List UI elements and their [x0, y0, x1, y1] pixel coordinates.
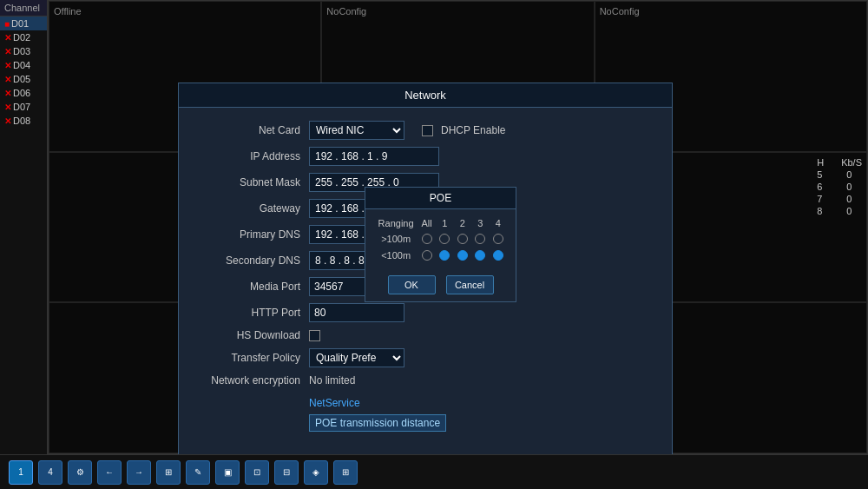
poe-table: Ranging All 1 2 3 4 >100m	[374, 216, 507, 263]
dhcp-checkbox[interactable]	[422, 125, 433, 136]
d01-icon: ■	[4, 19, 10, 29]
row2-1-radio[interactable]	[439, 250, 450, 261]
transfer-select[interactable]: Quality Prefe	[309, 348, 404, 367]
cell-label-3: NoConfig	[600, 6, 640, 17]
stats-row1-kbs: 0	[846, 169, 852, 180]
net-card-row: Net Card Wired NIC DHCP Enable	[196, 121, 654, 140]
monitor-icon: ⊡	[253, 467, 260, 477]
sidebar-item-label-d01: D01	[11, 18, 29, 29]
row2-2-radio[interactable]	[457, 250, 468, 261]
row2-all-radio[interactable]	[422, 250, 432, 261]
settings-icon: ◈	[312, 467, 319, 477]
d06-icon: ✕	[4, 89, 11, 98]
sidebar-header: Channel	[0, 0, 47, 17]
stats-row3-h: 7	[817, 194, 822, 204]
taskbar-btn-3[interactable]: ⚙	[68, 460, 92, 485]
sidebar-item-label-d04: D04	[13, 60, 30, 70]
sidebar-item-label-d02: D02	[13, 32, 30, 43]
row1-1-radio[interactable]	[439, 234, 450, 244]
dialog-title: Network	[179, 83, 672, 108]
row2-3-radio[interactable]	[475, 250, 485, 261]
sidebar-item-d07[interactable]: ✕ D07	[0, 100, 47, 114]
taskbar-btn-back[interactable]: ←	[97, 460, 122, 485]
primary-dns-label: Primary DNS	[196, 228, 300, 241]
stats-h-header: H	[817, 157, 824, 168]
d03-icon: ✕	[4, 47, 11, 56]
col2-header: 2	[453, 216, 471, 230]
media-port-label: Media Port	[196, 281, 300, 293]
sidebar-item-label-d03: D03	[13, 46, 30, 56]
row1-4-radio[interactable]	[493, 234, 503, 244]
poe-transmission-link[interactable]: POE transmission distance	[309, 414, 446, 432]
all-header: All	[418, 216, 436, 230]
col4-header: 4	[489, 216, 507, 230]
row2-4-radio[interactable]	[493, 250, 503, 261]
taskbar-icon-2: 4	[48, 467, 53, 477]
cell-label-1: Offline	[54, 6, 82, 17]
col3-header: 3	[471, 216, 490, 230]
stats-row1-h: 5	[817, 169, 822, 180]
hs-download-label: HS Download	[196, 329, 300, 341]
gateway-label: Gateway	[196, 202, 300, 215]
row1-2-radio[interactable]	[457, 234, 468, 244]
taskbar-btn-grid[interactable]: ⊞	[333, 460, 358, 485]
ip-address-input[interactable]	[309, 147, 439, 166]
sidebar-item-d01[interactable]: ■ D01	[0, 17, 47, 30]
link-row: NetService	[196, 393, 654, 413]
stats-row2-h: 6	[817, 182, 822, 192]
snapshot-icon: ▣	[224, 467, 232, 477]
ip-address-row: IP Address	[196, 147, 654, 166]
hs-download-checkbox[interactable]	[309, 330, 320, 341]
sidebar-item-d06[interactable]: ✕ D06	[0, 86, 47, 100]
taskbar-btn-2[interactable]: 4	[38, 460, 62, 485]
poe-dialog: POE Ranging All 1 2 3 4 >100m	[365, 187, 516, 302]
taskbar-btn-settings[interactable]: ◈	[304, 460, 328, 485]
sidebar-item-label-d07: D07	[13, 102, 30, 112]
stats-kbs-header: Kb/S	[841, 157, 862, 168]
net-card-select[interactable]: Wired NIC	[309, 121, 404, 140]
encryption-row: Network encryption No limited	[196, 374, 654, 387]
taskbar-btn-network[interactable]: ⊟	[274, 460, 299, 485]
taskbar-btn-snapshot[interactable]: ▣	[215, 460, 240, 485]
ip-label: IP Address	[196, 150, 300, 162]
transfer-label: Transfer Policy	[196, 352, 300, 364]
http-port-input[interactable]	[309, 303, 404, 322]
encryption-value: No limited	[309, 374, 355, 387]
stats-row3-kbs: 0	[846, 194, 852, 204]
hs-download-row: HS Download	[196, 329, 654, 341]
taskbar-btn-layout[interactable]: ⊞	[156, 460, 181, 485]
poe-cancel-button[interactable]: Cancel	[446, 275, 494, 294]
poe-dialog-title: POE	[365, 188, 516, 209]
taskbar-btn-edit[interactable]: ✎	[186, 460, 210, 485]
http-port-label: HTTP Port	[196, 307, 300, 319]
taskbar-btn-1[interactable]: 1	[9, 460, 33, 485]
sidebar-item-label-d05: D05	[13, 74, 30, 84]
sidebar-item-d08[interactable]: ✕ D08	[0, 114, 47, 128]
row1-all-radio[interactable]	[422, 234, 432, 244]
forward-icon: →	[135, 467, 143, 477]
encryption-label: Network encryption	[196, 374, 300, 387]
network-icon: ⊟	[283, 467, 290, 477]
sidebar-item-d05[interactable]: ✕ D05	[0, 72, 47, 86]
poe-footer: OK Cancel	[365, 270, 516, 301]
d07-icon: ✕	[4, 102, 11, 112]
sidebar-title: Channel	[4, 3, 40, 13]
poe-row-100m-plus: >100m	[374, 230, 507, 247]
poe-ok-button[interactable]: OK	[388, 275, 436, 294]
sidebar-item-d03[interactable]: ✕ D03	[0, 44, 47, 58]
taskbar-btn-forward[interactable]: →	[127, 460, 151, 485]
poe-link-row: POE transmission distance	[196, 413, 654, 433]
sidebar-item-d02[interactable]: ✕ D02	[0, 30, 47, 44]
row1-3-radio[interactable]	[475, 234, 485, 244]
taskbar-icon-3: ⚙	[76, 467, 84, 477]
sidebar-item-label-d06: D06	[13, 88, 30, 98]
cell-label-2: NoConfig	[326, 6, 366, 17]
taskbar-btn-monitor[interactable]: ⊡	[245, 460, 269, 485]
sidebar-item-d04[interactable]: ✕ D04	[0, 58, 47, 72]
d04-icon: ✕	[4, 61, 11, 70]
transfer-row: Transfer Policy Quality Prefe	[196, 348, 654, 367]
edit-icon: ✎	[194, 467, 201, 477]
secondary-dns-label: Secondary DNS	[196, 254, 300, 267]
row2-label: <100m	[374, 247, 418, 263]
net-service-link[interactable]: NetService	[309, 397, 360, 409]
